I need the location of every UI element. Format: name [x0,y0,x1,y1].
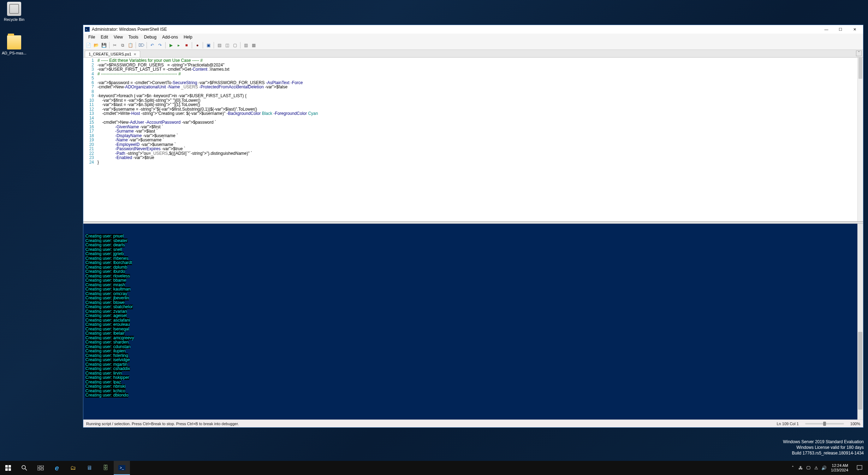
svg-point-4 [22,465,25,469]
copy-button[interactable]: ⧉ [119,42,126,49]
layout-max-button[interactable]: ▢ [231,42,238,49]
show-command-addon-button[interactable]: ▦ [250,42,257,49]
desktop-icon-folder[interactable]: AD_PS-mas... [2,35,26,55]
menu-addons[interactable]: Add-ons [159,34,181,40]
notification-center-button[interactable] [852,461,867,475]
tray-chevron-icon[interactable]: ˄ [789,461,796,475]
separator [165,42,166,48]
paste-button[interactable]: 📋 [127,42,134,49]
menu-edit[interactable]: Edit [98,34,111,40]
script-tab-strip: 1_CREATE_USERS.ps1 ✕ ˄ [83,50,863,58]
menu-debug[interactable]: Debug [141,34,159,40]
zoom-thumb[interactable] [823,422,826,426]
recycle-bin-icon [7,2,21,16]
script-tab[interactable]: 1_CREATE_USERS.ps1 ✕ [85,51,140,57]
taskbar-ie-button[interactable]: e [49,461,65,475]
app-icon: 🖥 [87,465,92,471]
menu-tools[interactable]: Tools [126,34,141,40]
console-pane-wrapper: Creating user: pnuelCreating user: sbeat… [83,224,863,420]
watermark-line1: Windows Server 2019 Standard Evaluation [783,439,864,445]
script-scrollbar[interactable] [857,58,863,221]
clock-date: 1/23/2024 [831,468,848,473]
tray-volume-icon[interactable]: 🔊 [820,461,827,475]
statusbar: Running script / selection. Press Ctrl+B… [83,420,863,427]
taskbar: e 🗂 🖥 🗄 >_ ˄ 🖧 🖵 ⚠ 🔊 12:24 AM 1/23/2024 [0,461,868,475]
script-tab-label: 1_CREATE_USERS.ps1 [89,52,131,56]
notification-icon [857,465,862,471]
activation-watermark: Windows Server 2019 Standard Evaluation … [783,439,864,456]
separator [136,42,136,48]
zoom-slider[interactable] [805,423,844,424]
taskbar-app-button[interactable]: 🖥 [81,461,97,475]
zoom-value: 100% [850,422,860,426]
menu-view[interactable]: View [111,34,126,40]
minimize-button[interactable]: — [819,25,833,33]
separator [203,42,203,48]
toolbar: 📄 📂 💾 ✂ ⧉ 📋 ⌦ ↶ ↷ ▶ ▸ ■ ● ▣ ▤ ◫ ▢ ▥ ▦ [83,41,863,50]
taskbar-server-manager-button[interactable]: 🗄 [97,461,114,475]
status-text: Running script / selection. Press Ctrl+B… [86,422,239,426]
console-output-pane[interactable]: Creating user: pnuelCreating user: sbeat… [83,224,863,420]
menu-help[interactable]: Help [181,34,195,40]
scrollbar-thumb[interactable] [858,332,862,410]
recycle-bin-label: Recycle Bin [2,17,26,22]
layout-script-top-button[interactable]: ▤ [216,42,223,49]
maximize-button[interactable]: ☐ [833,25,848,33]
script-editor-pane[interactable]: 1 2 3 4 5 6 7 8 9 10 11 12 13 14 15 16 1… [83,58,863,222]
taskbar-clock[interactable]: 12:24 AM 1/23/2024 [828,463,851,473]
svg-rect-10 [857,465,862,469]
collapse-script-pane-button[interactable]: ˄ [856,51,862,56]
svg-rect-8 [37,468,40,470]
console-scrollbar[interactable] [857,224,863,420]
tray-network-icon[interactable]: 🖧 [797,461,804,475]
cursor-position: Ln 109 Col 1 [777,422,798,426]
menubar: File Edit View Tools Debug Add-ons Help [83,34,863,41]
taskbar-explorer-button[interactable]: 🗂 [65,461,81,475]
search-button[interactable] [16,461,32,475]
ie-icon: e [55,464,59,472]
search-icon [22,465,27,471]
show-command-button[interactable]: ▥ [242,42,249,49]
task-view-icon [37,465,44,470]
tray-monitor-icon[interactable]: 🖵 [805,461,812,475]
run-selection-button[interactable]: ▸ [175,42,182,49]
folder-label: AD_PS-mas... [2,51,26,55]
start-button[interactable] [0,461,16,475]
taskbar-powershell-ise-button[interactable]: >_ [114,461,130,475]
desktop-icon-recycle-bin[interactable]: Recycle Bin [2,2,26,22]
tab-close-icon[interactable]: ✕ [133,52,136,56]
powershell-tab-button[interactable]: ▣ [205,42,212,49]
powershell-icon: >_ [118,465,125,470]
close-button[interactable]: ✕ [848,25,862,33]
layout-side-button[interactable]: ◫ [224,42,231,49]
cut-button[interactable]: ✂ [111,42,118,49]
tray-shield-icon[interactable]: ⚠ [813,461,820,475]
open-file-button[interactable]: 📂 [93,42,100,49]
new-file-button[interactable]: 📄 [85,42,92,49]
clear-button[interactable]: ⌦ [138,42,145,49]
menu-file[interactable]: File [85,34,98,40]
scrollbar-thumb[interactable] [858,58,862,79]
separator [109,42,109,48]
redo-button[interactable]: ↷ [156,42,164,49]
powershell-icon: >_ [85,27,90,32]
svg-rect-2 [5,468,8,471]
svg-rect-0 [5,465,8,468]
svg-rect-3 [8,468,11,471]
svg-line-5 [25,469,27,470]
clock-time: 12:24 AM [831,463,848,468]
task-view-button[interactable] [32,461,49,475]
breakpoint-button[interactable]: ● [194,42,201,49]
powershell-ise-window: >_ Administrator: Windows PowerShell ISE… [83,25,863,428]
separator [192,42,192,48]
stop-button[interactable]: ■ [183,42,190,49]
server-manager-icon: 🗄 [103,465,108,471]
save-button[interactable]: 💾 [100,42,107,49]
run-script-button[interactable]: ▶ [167,42,174,49]
separator [240,42,240,48]
titlebar[interactable]: >_ Administrator: Windows PowerShell ISE… [83,25,863,34]
separator [214,42,214,48]
script-code-area[interactable]: # ----- Edit these Variables for your ow… [96,58,863,221]
undo-button[interactable]: ↶ [149,42,156,49]
watermark-line3: Build 17763.rs5_release.180914-1434 [783,450,864,456]
